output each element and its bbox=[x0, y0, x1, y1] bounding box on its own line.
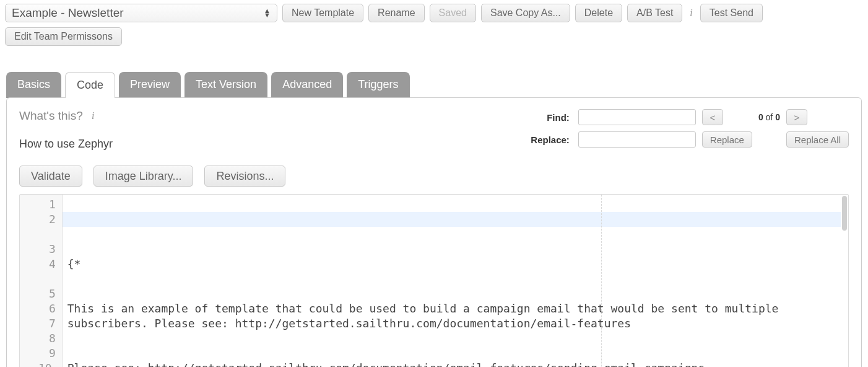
replace-input[interactable] bbox=[578, 131, 696, 148]
whats-this-label: What's this? bbox=[19, 109, 83, 123]
tab-preview[interactable]: Preview bbox=[119, 72, 181, 98]
save-copy-button[interactable]: Save Copy As... bbox=[481, 4, 570, 22]
tab-basics[interactable]: Basics bbox=[6, 72, 61, 98]
editor-ruler bbox=[601, 195, 602, 367]
tab-triggers[interactable]: Triggers bbox=[347, 72, 409, 98]
template-select[interactable]: Example - Newsletter ▲▼ bbox=[5, 4, 277, 22]
delete-button[interactable]: Delete bbox=[575, 4, 622, 22]
code-editor[interactable]: 1 2 . 3 4 . 5 6 7 8 9 10 {* This is an e… bbox=[19, 194, 849, 367]
info-icon[interactable]: i bbox=[92, 110, 94, 122]
template-select-value: Example - Newsletter bbox=[12, 6, 124, 20]
find-label: Find: bbox=[531, 112, 572, 123]
code-actions: Validate Image Library... Revisions... bbox=[19, 166, 849, 187]
replace-all-button[interactable]: Replace All bbox=[786, 131, 849, 148]
edit-team-permissions-button[interactable]: Edit Team Permissons bbox=[5, 27, 122, 46]
new-template-button[interactable]: New Template bbox=[282, 4, 363, 22]
revisions-button[interactable]: Revisions... bbox=[204, 166, 285, 187]
find-prev-button[interactable]: < bbox=[702, 109, 723, 125]
replace-button[interactable]: Replace bbox=[702, 131, 752, 148]
find-count: 0 of 0 bbox=[758, 112, 780, 122]
second-toolbar: Edit Team Permissons bbox=[0, 25, 868, 52]
editor-scrollbar[interactable] bbox=[842, 196, 847, 231]
whats-this-row: What's this? i bbox=[19, 109, 113, 123]
replace-label: Replace: bbox=[531, 135, 572, 145]
rename-button[interactable]: Rename bbox=[368, 4, 424, 22]
ab-test-button[interactable]: A/B Test bbox=[627, 4, 682, 22]
find-replace-block: Find: < 0 of 0 > Replace: Replace Replac… bbox=[531, 109, 849, 148]
editor-gutter: 1 2 . 3 4 . 5 6 7 8 9 10 bbox=[20, 195, 63, 367]
code-panel: What's this? i How to use Zephyr Find: <… bbox=[6, 97, 862, 367]
test-send-button[interactable]: Test Send bbox=[700, 4, 763, 22]
info-icon[interactable]: i bbox=[690, 7, 692, 19]
tab-bar: Basics Code Preview Text Version Advance… bbox=[6, 72, 868, 98]
editor-code[interactable]: {* This is an example of template that c… bbox=[63, 195, 848, 367]
top-toolbar: Example - Newsletter ▲▼ New Template Ren… bbox=[0, 0, 868, 25]
validate-button[interactable]: Validate bbox=[19, 166, 82, 187]
saved-button: Saved bbox=[430, 4, 476, 22]
caret-icon: ▲▼ bbox=[264, 9, 271, 17]
image-library-button[interactable]: Image Library... bbox=[93, 166, 194, 187]
find-next-button[interactable]: > bbox=[786, 109, 807, 125]
tab-code[interactable]: Code bbox=[65, 72, 115, 98]
tab-advanced[interactable]: Advanced bbox=[271, 72, 343, 98]
find-input[interactable] bbox=[578, 109, 696, 125]
tab-text-version[interactable]: Text Version bbox=[184, 72, 267, 98]
how-to-link[interactable]: How to use Zephyr bbox=[19, 138, 113, 151]
